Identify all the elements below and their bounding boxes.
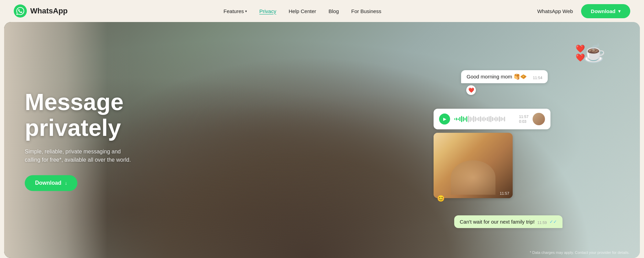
- hero-footer-note: * Data charges may apply. Contact your p…: [530, 250, 630, 255]
- morning-reaction: ❤️: [466, 85, 476, 95]
- navbar: WhatsApp Features ▾ Privacy Help Center …: [0, 0, 644, 22]
- nav-blog-link[interactable]: Blog: [329, 8, 339, 14]
- morning-message-time: 11:54: [533, 76, 543, 80]
- waveform-bar: [504, 117, 505, 121]
- voice-avatar: [533, 113, 545, 125]
- family-message-time: 11:59: [537, 221, 547, 225]
- hero-section: Message privately Simple, reliable, priv…: [4, 22, 640, 258]
- nav-features-link[interactable]: Features ▾: [223, 8, 247, 14]
- photo-timestamp: 11:57: [500, 191, 509, 195]
- waveform-bar: [468, 116, 469, 122]
- nav-for-business-link[interactable]: For Business: [351, 8, 382, 14]
- waveform-bar: [482, 117, 483, 121]
- waveform-bar: [466, 116, 467, 122]
- waveform-bar: [489, 116, 490, 122]
- voice-elapsed: 0:03: [519, 119, 528, 123]
- waveform-bar: [458, 118, 459, 120]
- logo-link[interactable]: WhatsApp: [14, 4, 68, 18]
- waveform-bar: [483, 117, 484, 121]
- family-message-area: Can't wait for our next family trip! 11:…: [434, 205, 605, 228]
- photo-reaction: 😊: [437, 195, 445, 202]
- svg-point-0: [14, 4, 27, 18]
- morning-message-area: Good morning mom 🥞🧇 11:54 ❤️: [434, 70, 605, 95]
- morning-bubble: Good morning mom 🥞🧇 11:54: [461, 70, 548, 83]
- waveform-bar: [501, 117, 502, 121]
- hero-title: Message privately: [25, 89, 135, 141]
- photo-bubble: 11:57: [434, 133, 513, 198]
- waveform-bar: [459, 117, 460, 121]
- download-button-nav[interactable]: Download ▾: [581, 4, 630, 18]
- nav-help-center-link[interactable]: Help Center: [288, 8, 316, 14]
- waveform-bar: [473, 116, 474, 122]
- waveform-bar: [502, 118, 503, 120]
- download-arrow-icon: ▾: [618, 9, 621, 14]
- double-check-icon: ✓✓: [549, 219, 557, 224]
- waveform-bar: [456, 118, 457, 120]
- family-message-text: Can't wait for our next family trip!: [460, 219, 535, 225]
- voice-meta: 11:57 0:03: [519, 115, 528, 123]
- waveform-bar: [454, 118, 455, 120]
- waveform-bar: [480, 116, 481, 122]
- chevron-down-icon: ▾: [245, 9, 247, 13]
- waveform-bar: [485, 118, 486, 120]
- waveform-bar: [494, 118, 495, 120]
- hero-chat-area: ❤️❤️ ☕ Good morning mom 🥞🧇 11:54 ❤️ ▶ 11…: [434, 43, 605, 228]
- hero-subtitle: Simple, reliable, private messaging and …: [25, 148, 135, 164]
- waveform-bar: [495, 117, 496, 121]
- voice-timestamp: 11:57: [519, 115, 528, 119]
- waveform-bar: [461, 116, 462, 122]
- nav-right: WhatsApp Web Download ▾: [537, 4, 630, 18]
- waveform-bar: [475, 117, 476, 121]
- coffee-sticker: ☕: [583, 43, 605, 64]
- waveform-bar: [471, 117, 472, 121]
- voice-play-button[interactable]: ▶: [439, 114, 450, 125]
- waveform-bar: [490, 116, 491, 122]
- sticker-area: ❤️❤️ ☕: [434, 43, 605, 70]
- brand-name: WhatsApp: [30, 7, 68, 15]
- download-arrow-hero-icon: ↓: [65, 180, 67, 186]
- waveform-bar: [470, 117, 471, 122]
- nav-center: Features ▾ Privacy Help Center Blog For …: [223, 8, 381, 14]
- waveform-bar: [487, 117, 488, 121]
- waveform-bar: [477, 118, 478, 120]
- waveform-bar: [492, 117, 493, 121]
- voice-bubble: ▶ 11:57 0:03: [434, 109, 550, 129]
- waveform-bar: [465, 118, 466, 120]
- waveform-bar: [478, 117, 479, 121]
- waveform-bar: [499, 116, 500, 122]
- waveform-bar: [497, 117, 498, 121]
- voice-waveform: [454, 114, 515, 124]
- nav-privacy-link[interactable]: Privacy: [259, 8, 276, 14]
- download-button-hero[interactable]: Download ↓: [25, 175, 77, 191]
- waveform-bar: [463, 117, 464, 121]
- photo-bubble-container: 11:57 😊: [434, 133, 513, 198]
- family-bubble: Can't wait for our next family trip! 11:…: [454, 215, 563, 228]
- morning-message-text: Good morning mom 🥞🧇: [467, 74, 527, 80]
- whatsapp-web-link[interactable]: WhatsApp Web: [537, 8, 573, 14]
- hero-content: Message privately Simple, reliable, priv…: [25, 89, 135, 191]
- whatsapp-logo-icon: [14, 4, 27, 18]
